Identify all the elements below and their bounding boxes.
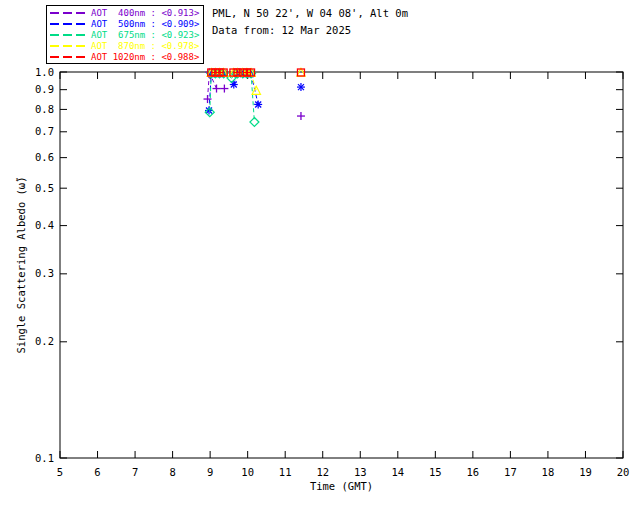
- legend-entry-870nm: AOT 870nm : <0.978>: [50, 40, 203, 51]
- x-tick-label: 5: [57, 466, 63, 478]
- x-tick-label: 11: [279, 466, 292, 478]
- ssa-chart: 5678910111213141516171819201.00.90.80.70…: [0, 0, 640, 512]
- site-title: PML, N 50 22', W 04 08', Alt 0m: [212, 7, 408, 19]
- legend-label: AOT 675nm : <0.923>: [91, 30, 199, 40]
- y-tick-label: 0.1: [35, 452, 54, 464]
- x-tick-label: 20: [617, 466, 630, 478]
- y-tick-label: 0.9: [35, 83, 54, 95]
- x-tick-label: 16: [467, 466, 480, 478]
- ssa-plot-screen: 5678910111213141516171819201.00.90.80.70…: [0, 0, 640, 512]
- legend-entry-400nm: AOT 400nm : <0.913>: [50, 7, 203, 18]
- x-tick-label: 13: [354, 466, 367, 478]
- legend-dash-line: [50, 12, 86, 14]
- legend-label: AOT 400nm : <0.913>: [91, 8, 199, 18]
- series-line-AOT-675nm: [251, 73, 254, 122]
- x-tick-label: 19: [579, 466, 592, 478]
- y-tick-label: 0.6: [35, 151, 54, 163]
- legend-entry-500nm: AOT 500nm : <0.909>: [50, 18, 203, 29]
- legend-dash-line: [50, 45, 86, 47]
- x-tick-label: 12: [316, 466, 329, 478]
- x-tick-label: 18: [542, 466, 555, 478]
- x-tick-label: 14: [391, 466, 404, 478]
- x-tick-label: 17: [504, 466, 517, 478]
- y-tick-label: 0.4: [35, 219, 54, 231]
- x-tick-label: 8: [169, 466, 175, 478]
- y-tick-label: 0.3: [35, 267, 54, 279]
- x-tick-label: 15: [429, 466, 442, 478]
- y-tick-label: 0.2: [35, 335, 54, 347]
- legend-dash-line: [50, 56, 86, 58]
- legend-entry-1020nm: AOT 1020nm : <0.988>: [50, 51, 203, 62]
- x-axis-label: Time (GMT): [310, 480, 373, 492]
- x-tick-label: 6: [94, 466, 100, 478]
- y-tick-label: 0.5: [35, 182, 54, 194]
- y-tick-label: 1.0: [35, 66, 54, 78]
- legend-box: AOT 400nm : <0.913> AOT 500nm : <0.909> …: [46, 5, 204, 64]
- y-axis-label: Single Scattering Albedo (ω̃): [15, 176, 27, 353]
- legend-label: AOT 500nm : <0.909>: [91, 19, 199, 29]
- legend-label: AOT 870nm : <0.978>: [91, 41, 199, 51]
- legend-dash-line: [50, 23, 86, 25]
- x-tick-label: 9: [207, 466, 213, 478]
- legend-entry-675nm: AOT 675nm : <0.923>: [50, 29, 203, 40]
- y-tick-label: 0.8: [35, 103, 54, 115]
- data-date-line: Data from: 12 Mar 2025: [212, 24, 351, 36]
- x-tick-label: 7: [132, 466, 138, 478]
- y-tick-label: 0.7: [35, 125, 54, 137]
- legend-dash-line: [50, 34, 86, 36]
- marker-triangle: [252, 86, 260, 94]
- plot-frame: [60, 72, 623, 458]
- legend-label: AOT 1020nm : <0.988>: [91, 52, 199, 62]
- x-tick-label: 10: [241, 466, 254, 478]
